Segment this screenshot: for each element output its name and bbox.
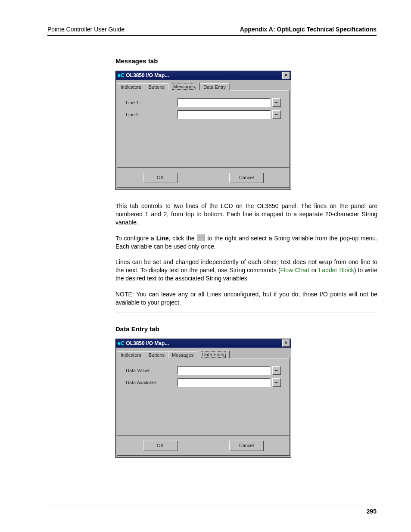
tab-body: Line 1: ... Line 2: ...	[117, 90, 290, 168]
tab-messages[interactable]: Messages	[168, 351, 197, 358]
label-line1: Line 1:	[126, 100, 177, 105]
para-messages-note: NOTE: You can leave any or all Lines unc…	[115, 290, 377, 307]
app-logo: eC	[118, 340, 124, 346]
dialog-dataentry: eC OL3850 I/O Map... × Indicators Button…	[115, 339, 291, 458]
browse-button-data-available[interactable]: ...	[272, 378, 281, 387]
button-bar: OK Cancel	[117, 168, 290, 188]
tab-indicators[interactable]: Indicators	[117, 351, 145, 358]
tab-data-entry[interactable]: Data Entry	[199, 83, 230, 90]
section-title-messages: Messages tab	[115, 57, 377, 65]
ellipsis-icon: ...	[196, 234, 205, 241]
ok-button[interactable]: OK	[143, 441, 177, 451]
window-title: OL3850 I/O Map...	[126, 72, 169, 78]
input-data-available[interactable]	[177, 378, 271, 387]
header-rule	[47, 35, 377, 36]
browse-button-line2[interactable]: ...	[272, 110, 281, 119]
titlebar: eC OL3850 I/O Map... ×	[116, 71, 291, 80]
close-icon[interactable]: ×	[282, 72, 290, 79]
tabstrip: Indicators Buttons Messages Data Entry	[116, 81, 291, 90]
cancel-button[interactable]: Cancel	[229, 173, 264, 183]
link-ladder-block[interactable]: Ladder Block	[319, 267, 354, 274]
input-line1[interactable]	[177, 98, 271, 107]
browse-button-line1[interactable]: ...	[272, 98, 281, 107]
footer-rule	[47, 505, 377, 505]
tabstrip: Indicators Buttons Messages Data Entry	[116, 348, 291, 358]
label-data-available: Data Available:	[126, 380, 177, 385]
header-right: Appendix A: OptiLogic Technical Specific…	[240, 26, 377, 33]
button-bar: OK Cancel	[117, 436, 290, 456]
tab-data-entry[interactable]: Data Entry	[197, 351, 230, 358]
link-flow-chart[interactable]: Flow Chart	[280, 267, 310, 274]
section-divider	[115, 312, 377, 312]
input-line2[interactable]	[177, 110, 271, 119]
section-title-dataentry: Data Entry tab	[115, 325, 377, 333]
tab-buttons[interactable]: Buttons	[145, 83, 168, 90]
app-logo: eC	[118, 72, 124, 78]
close-icon[interactable]: ×	[282, 339, 290, 347]
tab-buttons[interactable]: Buttons	[145, 351, 168, 358]
tab-body: Data Value: ... Data Available: ...	[117, 358, 290, 436]
label-line2: Line 2:	[126, 112, 177, 117]
window-title: OL3850 I/O Map...	[126, 340, 169, 346]
para-messages-3: Lines can be set and changed independent…	[115, 258, 377, 283]
para-messages-1: This tab controls to two lines of the LC…	[115, 202, 377, 227]
dialog-messages: eC OL3850 I/O Map... × Indicators Button…	[115, 71, 291, 190]
para-messages-2: To configure a Line, click the ... to th…	[115, 234, 377, 251]
titlebar: eC OL3850 I/O Map... ×	[116, 339, 291, 348]
ok-button[interactable]: OK	[143, 173, 177, 183]
header-left: Pointe Controller User Guide	[47, 26, 125, 33]
page-number: 295	[47, 508, 377, 515]
label-data-value: Data Value:	[126, 368, 177, 373]
browse-button-data-value[interactable]: ...	[272, 366, 281, 375]
tab-indicators[interactable]: Indicators	[117, 83, 145, 90]
tab-messages[interactable]: Messages	[168, 83, 200, 90]
cancel-button[interactable]: Cancel	[229, 441, 264, 451]
input-data-value[interactable]	[177, 366, 271, 375]
